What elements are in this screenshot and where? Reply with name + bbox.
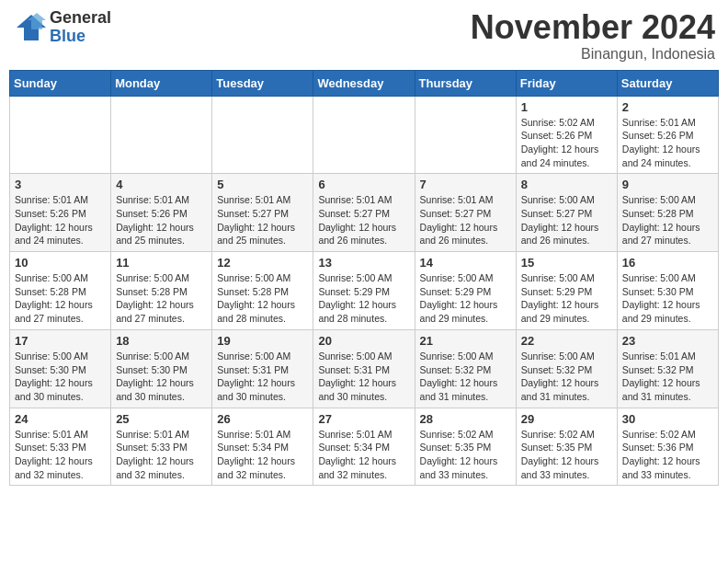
day-number: 19 (217, 334, 308, 348)
calendar-cell (313, 96, 415, 174)
calendar-body: 1Sunrise: 5:02 AM Sunset: 5:26 PM Daylig… (10, 96, 719, 486)
calendar: SundayMondayTuesdayWednesdayThursdayFrid… (9, 70, 719, 487)
calendar-cell: 30Sunrise: 5:02 AM Sunset: 5:36 PM Dayli… (617, 408, 718, 486)
day-number: 20 (318, 334, 409, 348)
calendar-cell: 17Sunrise: 5:00 AM Sunset: 5:30 PM Dayli… (10, 329, 111, 408)
calendar-week-row: 17Sunrise: 5:00 AM Sunset: 5:30 PM Dayli… (10, 329, 719, 408)
day-info: Sunrise: 5:00 AM Sunset: 5:28 PM Dayligh… (15, 271, 106, 326)
day-number: 21 (420, 334, 511, 348)
calendar-cell: 28Sunrise: 5:02 AM Sunset: 5:35 PM Dayli… (415, 408, 516, 486)
day-number: 13 (318, 256, 409, 270)
day-info: Sunrise: 5:00 AM Sunset: 5:30 PM Dayligh… (15, 350, 106, 404)
day-number: 4 (116, 178, 207, 191)
day-info: Sunrise: 5:01 AM Sunset: 5:32 PM Dayligh… (622, 350, 713, 404)
calendar-cell: 8Sunrise: 5:00 AM Sunset: 5:27 PM Daylig… (516, 174, 617, 252)
calendar-cell: 13Sunrise: 5:00 AM Sunset: 5:29 PM Dayli… (313, 252, 415, 330)
calendar-cell: 20Sunrise: 5:00 AM Sunset: 5:31 PM Dayli… (313, 329, 415, 408)
day-number: 6 (318, 178, 409, 191)
day-number: 7 (420, 178, 511, 191)
day-info: Sunrise: 5:01 AM Sunset: 5:34 PM Dayligh… (318, 428, 409, 482)
day-number: 12 (217, 256, 308, 270)
title-block: November 2024 Binangun, Indonesia (471, 9, 715, 63)
day-info: Sunrise: 5:02 AM Sunset: 5:26 PM Dayligh… (521, 116, 612, 170)
calendar-week-row: 24Sunrise: 5:01 AM Sunset: 5:33 PM Dayli… (10, 408, 719, 486)
weekday-header: Wednesday (313, 70, 415, 96)
weekday-header: Friday (516, 70, 617, 96)
day-number: 27 (318, 412, 409, 426)
day-info: Sunrise: 5:00 AM Sunset: 5:28 PM Dayligh… (116, 271, 207, 326)
day-info: Sunrise: 5:00 AM Sunset: 5:32 PM Dayligh… (521, 350, 612, 404)
day-info: Sunrise: 5:00 AM Sunset: 5:29 PM Dayligh… (420, 271, 511, 326)
calendar-cell: 23Sunrise: 5:01 AM Sunset: 5:32 PM Dayli… (617, 329, 718, 408)
day-info: Sunrise: 5:02 AM Sunset: 5:35 PM Dayligh… (521, 428, 612, 482)
calendar-cell: 27Sunrise: 5:01 AM Sunset: 5:34 PM Dayli… (313, 408, 415, 486)
calendar-cell (111, 96, 212, 174)
weekday-header: Saturday (617, 70, 718, 96)
calendar-cell: 24Sunrise: 5:01 AM Sunset: 5:33 PM Dayli… (10, 408, 111, 486)
calendar-cell: 25Sunrise: 5:01 AM Sunset: 5:33 PM Dayli… (111, 408, 212, 486)
calendar-cell: 3Sunrise: 5:01 AM Sunset: 5:26 PM Daylig… (10, 174, 111, 252)
day-number: 25 (116, 412, 207, 426)
weekday-header: Thursday (415, 70, 516, 96)
day-info: Sunrise: 5:01 AM Sunset: 5:26 PM Dayligh… (622, 116, 713, 170)
day-number: 3 (15, 178, 106, 191)
day-number: 15 (521, 256, 612, 270)
calendar-cell: 19Sunrise: 5:00 AM Sunset: 5:31 PM Dayli… (212, 329, 313, 408)
calendar-cell (212, 96, 313, 174)
calendar-cell (10, 96, 111, 174)
day-info: Sunrise: 5:00 AM Sunset: 5:29 PM Dayligh… (521, 271, 612, 326)
logo-blue: Blue (50, 28, 111, 46)
logo-icon (13, 11, 46, 44)
day-info: Sunrise: 5:01 AM Sunset: 5:27 PM Dayligh… (420, 193, 511, 247)
day-info: Sunrise: 5:01 AM Sunset: 5:27 PM Dayligh… (217, 193, 308, 247)
day-info: Sunrise: 5:01 AM Sunset: 5:26 PM Dayligh… (15, 193, 106, 247)
day-number: 17 (15, 334, 106, 348)
day-number: 28 (420, 412, 511, 426)
weekday-header: Monday (111, 70, 212, 96)
calendar-cell (415, 96, 516, 174)
day-info: Sunrise: 5:00 AM Sunset: 5:27 PM Dayligh… (521, 193, 612, 247)
day-info: Sunrise: 5:00 AM Sunset: 5:31 PM Dayligh… (318, 350, 409, 404)
calendar-cell: 2Sunrise: 5:01 AM Sunset: 5:26 PM Daylig… (617, 96, 718, 174)
calendar-cell: 14Sunrise: 5:00 AM Sunset: 5:29 PM Dayli… (415, 252, 516, 330)
calendar-cell: 22Sunrise: 5:00 AM Sunset: 5:32 PM Dayli… (516, 329, 617, 408)
calendar-cell: 21Sunrise: 5:00 AM Sunset: 5:32 PM Dayli… (415, 329, 516, 408)
day-info: Sunrise: 5:00 AM Sunset: 5:30 PM Dayligh… (116, 350, 207, 404)
calendar-cell: 18Sunrise: 5:00 AM Sunset: 5:30 PM Dayli… (111, 329, 212, 408)
day-info: Sunrise: 5:01 AM Sunset: 5:34 PM Dayligh… (217, 428, 308, 482)
day-number: 8 (521, 178, 612, 191)
day-info: Sunrise: 5:01 AM Sunset: 5:33 PM Dayligh… (116, 428, 207, 482)
month-title: November 2024 (471, 9, 715, 46)
day-number: 23 (622, 334, 713, 348)
day-number: 11 (116, 256, 207, 270)
day-number: 22 (521, 334, 612, 348)
calendar-cell: 1Sunrise: 5:02 AM Sunset: 5:26 PM Daylig… (516, 96, 617, 174)
calendar-cell: 7Sunrise: 5:01 AM Sunset: 5:27 PM Daylig… (415, 174, 516, 252)
day-number: 29 (521, 412, 612, 426)
day-info: Sunrise: 5:00 AM Sunset: 5:31 PM Dayligh… (217, 350, 308, 404)
calendar-cell: 5Sunrise: 5:01 AM Sunset: 5:27 PM Daylig… (212, 174, 313, 252)
day-info: Sunrise: 5:01 AM Sunset: 5:27 PM Dayligh… (318, 193, 409, 247)
calendar-cell: 11Sunrise: 5:00 AM Sunset: 5:28 PM Dayli… (111, 252, 212, 330)
day-number: 24 (15, 412, 106, 426)
page-header: General Blue November 2024 Binangun, Ind… (9, 9, 719, 63)
logo-general: General (50, 9, 111, 28)
day-info: Sunrise: 5:02 AM Sunset: 5:36 PM Dayligh… (622, 428, 713, 482)
calendar-cell: 10Sunrise: 5:00 AM Sunset: 5:28 PM Dayli… (10, 252, 111, 330)
calendar-cell: 9Sunrise: 5:00 AM Sunset: 5:28 PM Daylig… (617, 174, 718, 252)
calendar-cell: 12Sunrise: 5:00 AM Sunset: 5:28 PM Dayli… (212, 252, 313, 330)
calendar-week-row: 3Sunrise: 5:01 AM Sunset: 5:26 PM Daylig… (10, 174, 719, 252)
day-number: 2 (622, 100, 713, 114)
calendar-header: SundayMondayTuesdayWednesdayThursdayFrid… (10, 70, 719, 96)
calendar-week-row: 1Sunrise: 5:02 AM Sunset: 5:26 PM Daylig… (10, 96, 719, 174)
day-info: Sunrise: 5:01 AM Sunset: 5:26 PM Dayligh… (116, 193, 207, 247)
calendar-cell: 16Sunrise: 5:00 AM Sunset: 5:30 PM Dayli… (617, 252, 718, 330)
day-number: 26 (217, 412, 308, 426)
day-info: Sunrise: 5:00 AM Sunset: 5:29 PM Dayligh… (318, 271, 409, 326)
day-info: Sunrise: 5:00 AM Sunset: 5:30 PM Dayligh… (622, 271, 713, 326)
day-info: Sunrise: 5:01 AM Sunset: 5:33 PM Dayligh… (15, 428, 106, 482)
weekday-header: Tuesday (212, 70, 313, 96)
weekday-row: SundayMondayTuesdayWednesdayThursdayFrid… (10, 70, 719, 96)
day-number: 9 (622, 178, 713, 191)
calendar-cell: 29Sunrise: 5:02 AM Sunset: 5:35 PM Dayli… (516, 408, 617, 486)
